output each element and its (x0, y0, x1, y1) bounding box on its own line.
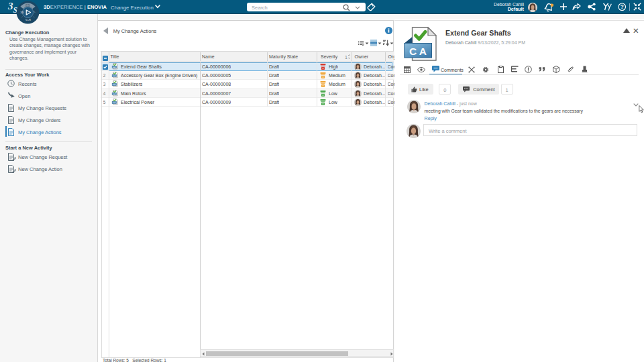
svg-text:3D: 3D (20, 11, 23, 14)
svg-text:V+R: V+R (25, 18, 31, 21)
svg-text:?: ? (621, 4, 624, 10)
svg-text:ʹʻ: ʹʻ (34, 11, 35, 14)
svg-text:ƧS: ƧS (25, 3, 30, 7)
